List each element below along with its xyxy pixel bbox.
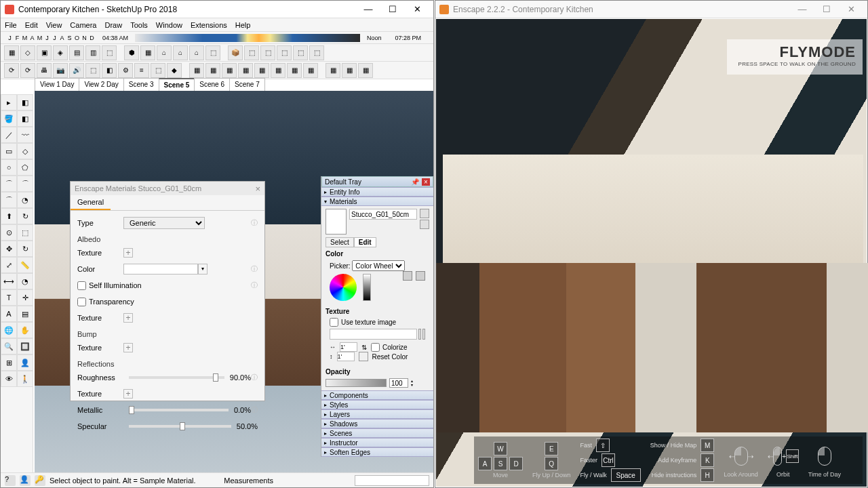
position-camera[interactable]: 👤 — [17, 354, 33, 371]
2pt-arc[interactable]: ⌒ — [17, 176, 33, 192]
opacity-input[interactable] — [389, 378, 408, 388]
use-texture-checkbox[interactable] — [330, 318, 338, 327]
transparency-checkbox[interactable] — [77, 298, 86, 306]
tool-btn[interactable]: ≡ — [134, 63, 149, 78]
tool-btn[interactable]: ▦ — [140, 45, 155, 60]
section-components[interactable]: ▸Components — [321, 390, 433, 400]
zoom-extents[interactable]: ⊞ — [1, 354, 17, 371]
tool-btn[interactable]: ⬚ — [102, 45, 117, 60]
roughness-slider[interactable] — [129, 376, 224, 379]
tool-btn[interactable]: ⬚ — [85, 63, 100, 78]
zoom-window[interactable]: 🔲 — [17, 338, 33, 354]
edit-texture-icon[interactable] — [422, 329, 425, 340]
tool-btn[interactable]: ▦ — [4, 45, 19, 60]
zoom-tool[interactable]: 🔍 — [1, 338, 17, 354]
menu-help[interactable]: Help — [231, 21, 255, 29]
close-button[interactable]: ✕ — [839, 1, 863, 18]
add-texture-button[interactable]: + — [123, 313, 133, 323]
tool-btn[interactable]: ▦ — [238, 63, 253, 78]
tool-btn[interactable]: ⬚ — [277, 45, 292, 60]
link-icon[interactable]: ⇅ — [361, 344, 367, 351]
match-screen-icon[interactable] — [403, 271, 412, 281]
help-icon[interactable]: ? — [5, 475, 16, 486]
walk-tool[interactable]: 🚶 — [17, 371, 33, 387]
match-model-icon[interactable] — [416, 271, 425, 281]
eraser-tool[interactable]: ◧ — [17, 110, 33, 127]
menu-edit[interactable]: Edit — [21, 21, 42, 29]
menu-extensions[interactable]: Extensions — [186, 21, 231, 29]
add-texture-button[interactable]: + — [123, 343, 133, 352]
tool-btn[interactable]: 📷 — [53, 63, 68, 78]
tool-btn[interactable]: ⬚ — [309, 45, 324, 60]
metallic-slider[interactable] — [129, 409, 229, 411]
tool-btn[interactable]: ▤ — [69, 45, 84, 60]
browse-icon[interactable] — [418, 329, 421, 340]
tool-btn[interactable]: ⟳ — [20, 63, 35, 78]
tool-btn[interactable]: ⟳ — [4, 63, 19, 78]
tool-btn[interactable]: ⬚ — [244, 45, 259, 60]
color-dropdown[interactable]: ▾ — [198, 264, 208, 274]
self-illum-checkbox[interactable] — [77, 281, 86, 290]
tool-btn[interactable]: ▦ — [271, 63, 285, 78]
section-styles[interactable]: ▸Styles — [321, 400, 433, 409]
tool-btn[interactable]: ⬢ — [124, 45, 139, 60]
menu-tools[interactable]: Tools — [126, 21, 152, 29]
tool-btn[interactable]: ◇ — [20, 45, 35, 60]
panel-header[interactable]: Enscape Materials Stucco_G01_50cm × — [71, 182, 264, 195]
measurements-input[interactable] — [355, 475, 429, 486]
colorize-checkbox[interactable] — [371, 343, 380, 352]
tool-btn[interactable]: ▦ — [205, 63, 220, 78]
tab-scene[interactable]: View 1 Day — [35, 78, 79, 92]
tool-btn[interactable]: 🔊 — [69, 63, 84, 78]
scale-tool[interactable]: ⤢ — [1, 257, 17, 273]
close-icon[interactable]: × — [255, 184, 260, 194]
tool-btn[interactable]: ▦ — [303, 63, 318, 78]
protractor[interactable]: ◔ — [17, 273, 33, 289]
section-instructor[interactable]: ▸Instructor — [321, 438, 433, 447]
tool-btn[interactable]: 🖶 — [37, 63, 52, 78]
tool[interactable]: ◧ — [17, 94, 33, 110]
dim-tool[interactable]: ⟷ — [1, 273, 17, 289]
enscape-render-viewport[interactable]: FLYMODE PRESS SPACE TO WALK ON THE GROUN… — [436, 19, 867, 487]
maximize-button[interactable]: ☐ — [814, 1, 839, 18]
tool-btn[interactable]: ▥ — [85, 45, 100, 60]
tool-btn[interactable]: ⬚ — [260, 45, 275, 60]
select-tool[interactable]: ▸ — [1, 94, 17, 110]
tool-btn[interactable]: ▦ — [189, 63, 204, 78]
pushpull-tool[interactable]: ⬆ — [1, 208, 17, 224]
tool-btn[interactable]: ▦ — [326, 63, 340, 78]
rect-tool[interactable]: ▭ — [1, 143, 17, 159]
tool-btn[interactable]: ▦ — [358, 63, 373, 78]
tool-btn[interactable]: ⬚ — [151, 63, 165, 78]
tray-close-icon[interactable]: × — [422, 178, 430, 186]
tab-select[interactable]: Select — [326, 237, 354, 247]
material-name-input[interactable] — [349, 209, 417, 220]
tex-width-input[interactable] — [340, 342, 357, 352]
tab-scene[interactable]: Scene 7 — [229, 78, 265, 92]
info-icon[interactable]: ⓘ — [251, 264, 258, 274]
polygon-tool[interactable]: ⬠ — [17, 159, 33, 176]
tex-height-input[interactable] — [337, 352, 355, 361]
info-icon[interactable]: ⓘ — [251, 405, 258, 415]
color-swatch[interactable] — [123, 264, 198, 274]
menu-camera[interactable]: Camera — [66, 21, 100, 29]
maximize-button[interactable]: ☐ — [380, 1, 405, 18]
section-soften[interactable]: ▸Soften Edges — [321, 447, 433, 457]
menu-window[interactable]: Window — [152, 21, 186, 29]
tab-general[interactable]: General — [71, 195, 111, 210]
tool-btn[interactable]: ⬚ — [293, 45, 308, 60]
rotated-rect[interactable]: ◇ — [17, 143, 33, 159]
tool-btn[interactable]: ▦ — [254, 63, 269, 78]
menu-view[interactable]: View — [42, 21, 66, 29]
shadow-timeline[interactable]: J F M A M J J A S O N D 04:38 AM Noon 07… — [1, 32, 433, 44]
line-tool[interactable]: ／ — [1, 127, 17, 143]
tray-header[interactable]: Default Tray 📌 × — [321, 176, 433, 187]
look-around[interactable]: 👁 — [1, 371, 17, 387]
info-icon[interactable]: ⓘ — [251, 373, 258, 382]
axes-tool[interactable]: ✛ — [17, 289, 33, 306]
tool-btn[interactable]: ▣ — [37, 45, 52, 60]
viewport-3d[interactable]: Enscape Materials Stucco_G01_50cm × Gene… — [35, 91, 433, 472]
outer-shell[interactable]: ⬚ — [17, 224, 33, 241]
arc-tool[interactable]: ⌒ — [1, 176, 17, 192]
menu-file[interactable]: File — [1, 21, 21, 29]
